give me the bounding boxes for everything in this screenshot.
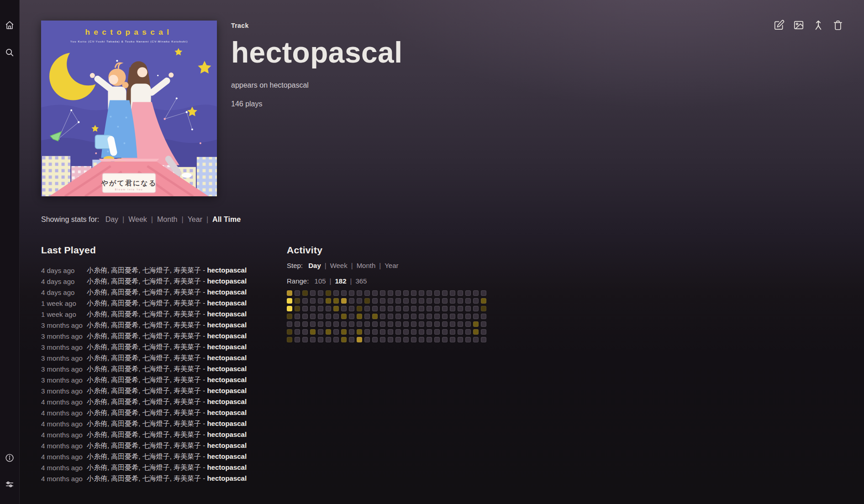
artist-link[interactable]: 小糸侑 bbox=[87, 332, 107, 340]
info-icon[interactable] bbox=[5, 453, 15, 463]
heatmap-cell[interactable] bbox=[380, 314, 385, 319]
heatmap-cell[interactable] bbox=[427, 298, 432, 304]
edit-icon[interactable] bbox=[773, 19, 785, 31]
heatmap-cell[interactable] bbox=[333, 329, 339, 335]
artist-link[interactable]: 高田憂希 bbox=[111, 420, 138, 427]
heatmap-cell[interactable] bbox=[302, 290, 308, 296]
heatmap-cell[interactable] bbox=[427, 306, 432, 311]
artist-link[interactable]: 寿美菜子 bbox=[174, 321, 201, 329]
heatmap-cell[interactable] bbox=[442, 298, 448, 304]
heatmap-cell[interactable] bbox=[302, 329, 308, 335]
heatmap-cell[interactable] bbox=[473, 329, 479, 335]
heatmap-cell[interactable] bbox=[349, 290, 354, 296]
artist-link[interactable]: 高田憂希 bbox=[111, 321, 138, 329]
heatmap-cell[interactable] bbox=[411, 290, 416, 296]
artist-link[interactable]: 高田憂希 bbox=[111, 376, 138, 383]
delete-icon[interactable] bbox=[832, 19, 844, 31]
heatmap-cell[interactable] bbox=[481, 298, 486, 304]
heatmap-cell[interactable] bbox=[380, 329, 385, 335]
artist-link[interactable]: 小糸侑 bbox=[87, 387, 107, 394]
heatmap-cell[interactable] bbox=[287, 298, 292, 304]
track-link[interactable]: hectopascal bbox=[207, 420, 247, 427]
artist-link[interactable]: 高田憂希 bbox=[111, 299, 138, 307]
artist-link[interactable]: 小糸侑 bbox=[87, 430, 107, 438]
heatmap-cell[interactable] bbox=[302, 314, 308, 319]
artist-link[interactable]: 小糸侑 bbox=[87, 474, 107, 482]
heatmap-cell[interactable] bbox=[372, 298, 378, 304]
heatmap-cell[interactable] bbox=[326, 298, 331, 304]
heatmap-cell[interactable] bbox=[427, 337, 432, 342]
activity-step-option-year[interactable]: Year bbox=[385, 262, 398, 269]
artist-link[interactable]: 寿美菜子 bbox=[174, 452, 201, 460]
track-link[interactable]: hectopascal bbox=[207, 332, 247, 340]
appears-on-album-link[interactable]: hectopascal bbox=[270, 81, 309, 89]
heatmap-cell[interactable] bbox=[380, 298, 385, 304]
scrobble-time[interactable]: 4 months ago bbox=[41, 453, 87, 461]
heatmap-cell[interactable] bbox=[295, 290, 300, 296]
heatmap-cell[interactable] bbox=[411, 298, 416, 304]
artist-link[interactable]: 寿美菜子 bbox=[174, 299, 201, 307]
artist-link[interactable]: 小糸侑 bbox=[87, 343, 107, 351]
artist-link[interactable]: 寿美菜子 bbox=[174, 463, 201, 471]
heatmap-cell[interactable] bbox=[388, 337, 393, 342]
heatmap-cell[interactable] bbox=[295, 321, 300, 327]
heatmap-cell[interactable] bbox=[403, 298, 409, 304]
heatmap-cell[interactable] bbox=[295, 298, 300, 304]
heatmap-cell[interactable] bbox=[318, 306, 323, 311]
artist-link[interactable]: 小糸侑 bbox=[87, 266, 107, 274]
heatmap-cell[interactable] bbox=[380, 337, 385, 342]
track-link[interactable]: hectopascal bbox=[207, 376, 247, 383]
heatmap-cell[interactable] bbox=[302, 321, 308, 327]
artist-link[interactable]: 小糸侑 bbox=[87, 321, 107, 329]
heatmap-cell[interactable] bbox=[357, 298, 362, 304]
track-link[interactable]: hectopascal bbox=[207, 365, 247, 373]
heatmap-cell[interactable] bbox=[287, 314, 292, 319]
heatmap-cell[interactable] bbox=[450, 314, 455, 319]
heatmap-cell[interactable] bbox=[388, 306, 393, 311]
heatmap-cell[interactable] bbox=[434, 329, 440, 335]
heatmap-cell[interactable] bbox=[341, 306, 347, 311]
heatmap-cell[interactable] bbox=[364, 314, 370, 319]
home-icon[interactable] bbox=[5, 20, 15, 30]
heatmap-cell[interactable] bbox=[287, 321, 292, 327]
heatmap-cell[interactable] bbox=[341, 314, 347, 319]
heatmap-cell[interactable] bbox=[388, 290, 393, 296]
activity-step-option-month[interactable]: Month bbox=[357, 262, 376, 269]
album-artwork[interactable]: やがて君になる Bloom Into You hectopascal Yuu K… bbox=[41, 21, 217, 196]
heatmap-cell[interactable] bbox=[302, 337, 308, 342]
stats-period-option-year[interactable]: Year bbox=[188, 215, 202, 223]
heatmap-cell[interactable] bbox=[318, 337, 323, 342]
artist-link[interactable]: 寿美菜子 bbox=[174, 266, 201, 274]
track-link[interactable]: hectopascal bbox=[207, 299, 247, 307]
scrobble-time[interactable]: 4 days ago bbox=[41, 278, 87, 285]
activity-range-option-182[interactable]: 182 bbox=[335, 277, 346, 285]
artist-link[interactable]: 寿美菜子 bbox=[174, 365, 201, 373]
heatmap-cell[interactable] bbox=[403, 290, 409, 296]
heatmap-cell[interactable] bbox=[349, 306, 354, 311]
artist-link[interactable]: 小糸侑 bbox=[87, 299, 107, 307]
artist-link[interactable]: 寿美菜子 bbox=[174, 474, 201, 482]
heatmap-cell[interactable] bbox=[326, 329, 331, 335]
heatmap-cell[interactable] bbox=[287, 337, 292, 342]
artist-link[interactable]: 七海燈子 bbox=[142, 463, 170, 471]
heatmap-cell[interactable] bbox=[380, 290, 385, 296]
artist-link[interactable]: 七海燈子 bbox=[142, 288, 170, 296]
scrobble-time[interactable]: 1 week ago bbox=[41, 310, 87, 318]
heatmap-cell[interactable] bbox=[364, 298, 370, 304]
heatmap-cell[interactable] bbox=[458, 290, 463, 296]
heatmap-cell[interactable] bbox=[333, 298, 339, 304]
heatmap-cell[interactable] bbox=[403, 337, 409, 342]
heatmap-cell[interactable] bbox=[357, 329, 362, 335]
heatmap-cell[interactable] bbox=[481, 337, 486, 342]
heatmap-cell[interactable] bbox=[458, 314, 463, 319]
track-link[interactable]: hectopascal bbox=[207, 474, 247, 482]
heatmap-cell[interactable] bbox=[465, 321, 471, 327]
heatmap-cell[interactable] bbox=[458, 329, 463, 335]
heatmap-cell[interactable] bbox=[372, 290, 378, 296]
heatmap-cell[interactable] bbox=[403, 321, 409, 327]
scrobble-time[interactable]: 1 week ago bbox=[41, 299, 87, 307]
heatmap-cell[interactable] bbox=[333, 337, 339, 342]
heatmap-cell[interactable] bbox=[473, 321, 479, 327]
heatmap-cell[interactable] bbox=[349, 329, 354, 335]
heatmap-cell[interactable] bbox=[287, 290, 292, 296]
